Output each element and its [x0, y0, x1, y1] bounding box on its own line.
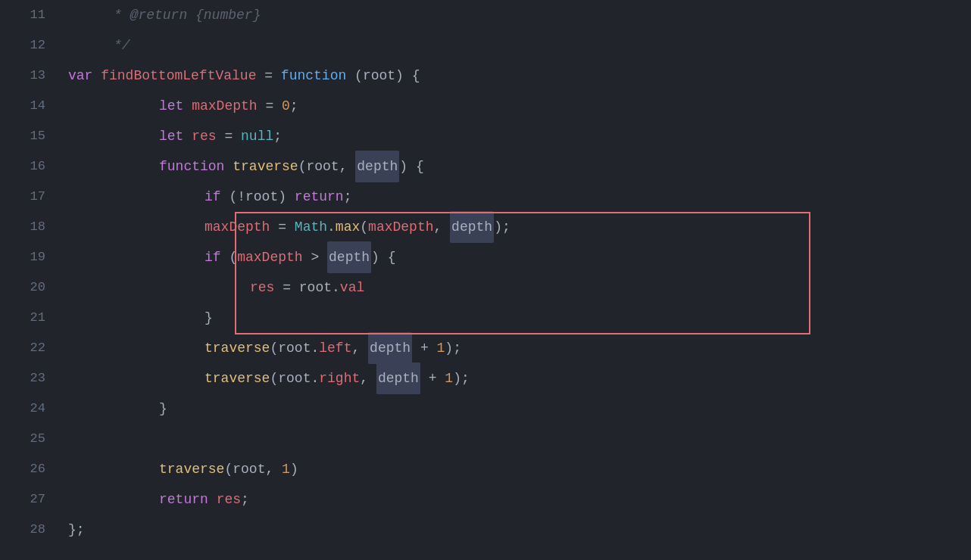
kw-let-14: let [159, 91, 183, 121]
depth-23: depth [376, 362, 420, 394]
kw-if-19: if [205, 242, 221, 272]
line-num-16: 16 [0, 151, 45, 182]
punc-16b: , [339, 151, 356, 182]
close-brace-28: }; [68, 515, 85, 545]
math-18: Math [295, 212, 327, 242]
op-eq-15: = [217, 121, 241, 151]
punc-23a: ( [270, 363, 278, 394]
dot-23: . [311, 363, 319, 394]
param-depth-16: depth [355, 151, 399, 182]
code-line-13: var findBottomLeftValue = function ( roo… [68, 61, 971, 91]
var-res-15: res [192, 121, 216, 151]
num-1-26: 1 [282, 454, 290, 484]
line-num-21: 21 [0, 303, 45, 333]
punc-22a: ( [270, 333, 278, 363]
code-line-24: } [68, 394, 971, 424]
code-line-12: */ [68, 30, 971, 61]
code-line-23: traverse ( root . right , depth + 1 ); [68, 363, 971, 394]
num-1-23: 1 [445, 363, 453, 394]
punc-18b: , [434, 212, 451, 242]
code-line-25 [68, 424, 971, 454]
code-line-16: function traverse ( root , depth ) { [68, 151, 971, 182]
kw-function-13: function [281, 61, 346, 91]
punc-16c: ) { [399, 151, 423, 182]
fn-traverse-22: traverse [205, 333, 270, 363]
comment-return: * @return {number} [114, 0, 261, 30]
num-0-14: 0 [282, 91, 290, 121]
kw-return-27: return [159, 484, 208, 515]
op-eq-20: = [274, 272, 298, 303]
punc-16a: ( [298, 151, 307, 182]
root-22: root [278, 333, 311, 363]
semi-17: ; [344, 182, 352, 212]
line-num-22: 22 [0, 333, 45, 363]
line-num-20: 20 [0, 272, 45, 303]
punc-19a: ( [221, 242, 238, 272]
line-num-15: 15 [0, 121, 45, 151]
code-line-15: let res = null ; [68, 121, 971, 151]
line-num-28: 28 [0, 515, 45, 545]
var-maxDepth-18: maxDepth [205, 212, 270, 242]
code-line-17: if (! root ) return ; [68, 182, 971, 212]
punc-22c: ); [445, 333, 461, 363]
line-num-17: 17 [0, 182, 45, 212]
op-eq-13: = [256, 61, 280, 91]
op-plus-23: + [420, 363, 445, 394]
op-plus-22: + [412, 333, 436, 363]
code-line-28: }; [68, 515, 971, 545]
kw-let-15: let [159, 121, 183, 151]
code-line-27: return res ; [68, 484, 971, 515]
punc-22b: , [351, 333, 368, 363]
op-gt-19: > [303, 242, 327, 272]
depth-22: depth [368, 332, 412, 364]
line-num-19: 19 [0, 242, 45, 272]
var-maxDepth-19: maxDepth [237, 242, 302, 272]
line-num-26: 26 [0, 454, 45, 484]
code-content: * @return {number} */ var findBottomLeft… [61, 0, 971, 560]
root-26: root [233, 454, 265, 484]
arg-maxDepth-18: maxDepth [368, 212, 433, 242]
dot-22: . [311, 333, 319, 363]
prop-left-22: left [319, 333, 351, 363]
kw-function-16: function [159, 151, 224, 182]
semi-14: ; [290, 91, 298, 121]
line-num-11: 11 [0, 0, 45, 30]
punc-13b: ) { [395, 61, 420, 91]
op-eq-14: = [258, 91, 282, 121]
root-20: root [299, 272, 332, 303]
code-line-20: res = root . val [68, 272, 971, 303]
fn-traverse-26: traverse [159, 454, 224, 484]
line-num-12: 12 [0, 30, 45, 61]
var-findBottomLeftValue: findBottomLeftValue [101, 61, 256, 91]
semi-15: ; [273, 121, 282, 151]
punc-13a: ( [346, 61, 363, 91]
code-line-26: traverse ( root , 1 ) [68, 454, 971, 484]
punc-18c: ); [494, 212, 510, 242]
code-line-14: let maxDepth = 0 ; [68, 91, 971, 121]
semi-27: ; [241, 484, 249, 515]
code-line-22: traverse ( root . left , depth + 1 ); [68, 333, 971, 363]
comment-close: */ [114, 30, 130, 61]
punc-26a: ( [224, 454, 233, 484]
punc-17b: ) [278, 182, 295, 212]
param-root-16: root [306, 151, 339, 182]
punc-19b: ) { [371, 242, 395, 272]
line-num-23: 23 [0, 363, 45, 394]
num-1-22: 1 [437, 333, 445, 363]
line-num-24: 24 [0, 394, 45, 424]
code-editor: 11 12 13 14 15 16 17 18 19 20 21 22 23 2… [0, 0, 971, 560]
code-line-19: if ( maxDepth > depth ) { [68, 242, 971, 272]
punc-23b: , [360, 363, 376, 394]
line-num-25: 25 [0, 424, 45, 454]
punc-18a: ( [360, 212, 368, 242]
code-line-18: maxDepth = Math . max ( maxDepth , depth… [68, 212, 971, 242]
var-res-20: res [250, 272, 274, 303]
kw-var-13: var [68, 61, 92, 91]
fn-traverse-23: traverse [205, 363, 270, 394]
arg-depth-18: depth [450, 211, 494, 243]
punc-17a: (! [221, 182, 245, 212]
close-brace-24: } [159, 394, 167, 424]
close-brace-21: } [205, 303, 213, 333]
line-num-18: 18 [0, 212, 45, 242]
fn-traverse-16: traverse [233, 151, 298, 182]
